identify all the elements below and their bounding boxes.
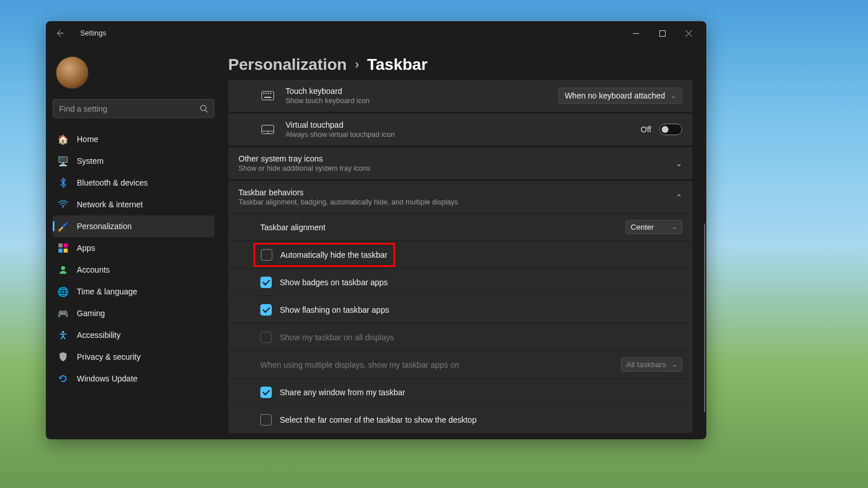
sidebar-item-label: System bbox=[77, 156, 104, 166]
touch-keyboard-dropdown[interactable]: When no keyboard attached ⌄ bbox=[558, 88, 682, 104]
sidebar-item-gaming[interactable]: 🎮 Gaming bbox=[53, 302, 214, 324]
sidebar-item-network[interactable]: Network & internet bbox=[53, 194, 214, 215]
maximize-button[interactable] bbox=[649, 24, 675, 42]
svg-rect-9 bbox=[262, 92, 274, 100]
sidebar-item-system[interactable]: 🖥️ System bbox=[53, 150, 214, 172]
toggle-label: Off bbox=[641, 125, 651, 134]
setting-taskbar-behaviors[interactable]: Taskbar behaviors Taskbar alignment, bad… bbox=[228, 181, 693, 213]
setting-far-corner: Select the far corner of the taskbar to … bbox=[228, 406, 693, 433]
setting-touch-keyboard[interactable]: Touch keyboard Show touch keyboard icon … bbox=[228, 80, 693, 112]
avatar[interactable] bbox=[56, 57, 88, 89]
sidebar-item-label: Bluetooth & devices bbox=[77, 178, 148, 187]
setting-title: Touch keyboard bbox=[286, 86, 558, 96]
search-icon bbox=[200, 104, 208, 113]
settings-list: Touch keyboard Show touch keyboard icon … bbox=[228, 80, 706, 433]
home-icon: 🏠 bbox=[57, 133, 69, 145]
search-box[interactable] bbox=[53, 99, 214, 118]
globe-icon: 🌐 bbox=[57, 286, 69, 297]
setting-sub: Show or hide additional system tray icon… bbox=[238, 164, 668, 172]
breadcrumb-parent[interactable]: Personalization bbox=[228, 56, 347, 74]
svg-point-7 bbox=[61, 266, 65, 270]
chevron-down-icon: ⌄ bbox=[672, 361, 677, 368]
share-window-checkbox[interactable] bbox=[260, 387, 272, 398]
bluetooth-icon bbox=[57, 177, 69, 188]
setting-label: When using multiple displays, show my ta… bbox=[260, 360, 621, 369]
sidebar-item-apps[interactable]: Apps bbox=[53, 237, 214, 259]
svg-point-2 bbox=[62, 207, 64, 208]
svg-point-1 bbox=[201, 105, 206, 111]
keyboard-icon bbox=[260, 89, 275, 102]
sidebar-item-bluetooth[interactable]: Bluetooth & devices bbox=[53, 172, 214, 194]
shield-icon bbox=[57, 351, 69, 363]
setting-virtual-touchpad[interactable]: Virtual touchpad Always show virtual tou… bbox=[228, 113, 693, 145]
sidebar-item-label: Accessibility bbox=[77, 330, 120, 340]
back-button[interactable] bbox=[50, 24, 69, 42]
sidebar-item-time-language[interactable]: 🌐 Time & language bbox=[53, 281, 214, 302]
setting-label: Show flashing on taskbar apps bbox=[280, 305, 682, 314]
dropdown-value: All taskbars bbox=[626, 360, 666, 369]
close-icon bbox=[686, 30, 692, 37]
svg-rect-10 bbox=[263, 93, 264, 94]
taskbar-alignment-dropdown[interactable]: Center ⌄ bbox=[625, 220, 682, 234]
svg-rect-14 bbox=[264, 97, 271, 98]
dropdown-value: Center bbox=[631, 223, 666, 231]
search-input[interactable] bbox=[59, 104, 200, 113]
svg-rect-5 bbox=[58, 249, 62, 253]
scrollbar[interactable] bbox=[704, 223, 705, 412]
sidebar-item-label: Gaming bbox=[77, 309, 105, 318]
sidebar-item-windows-update[interactable]: Windows Update bbox=[53, 368, 214, 389]
svg-point-8 bbox=[62, 331, 64, 333]
window-title: Settings bbox=[80, 29, 106, 37]
setting-title: Other system tray icons bbox=[238, 154, 668, 163]
sidebar-item-privacy[interactable]: Privacy & security bbox=[53, 346, 214, 368]
setting-sub: Always show virtual touchpad icon bbox=[286, 131, 641, 139]
show-flashing-checkbox[interactable] bbox=[260, 304, 272, 316]
setting-multi-display-apps: When using multiple displays, show my ta… bbox=[228, 351, 693, 378]
sidebar-item-accessibility[interactable]: Accessibility bbox=[53, 324, 214, 346]
setting-share-window: Share any window from my taskbar bbox=[228, 378, 693, 406]
nav-list: 🏠 Home 🖥️ System Bluetooth & devices bbox=[53, 128, 214, 389]
setting-label: Show my taskbar on all displays bbox=[280, 333, 682, 342]
setting-label: Taskbar alignment bbox=[260, 223, 625, 232]
close-button[interactable] bbox=[675, 24, 702, 42]
setting-auto-hide-row: Automatically hide the taskbar bbox=[228, 241, 693, 268]
virtual-touchpad-toggle[interactable] bbox=[659, 124, 682, 135]
taskbar-behaviors-group: Taskbar behaviors Taskbar alignment, bad… bbox=[228, 181, 693, 433]
sidebar-item-label: Personalization bbox=[77, 222, 132, 231]
sidebar-item-personalization[interactable]: 🖌️ Personalization bbox=[53, 215, 214, 237]
sidebar-item-label: Privacy & security bbox=[77, 352, 140, 361]
multi-display-apps-dropdown: All taskbars ⌄ bbox=[621, 357, 682, 372]
all-displays-checkbox bbox=[260, 332, 272, 343]
sidebar-item-label: Windows Update bbox=[77, 374, 138, 383]
chevron-down-icon: ⌄ bbox=[671, 92, 676, 100]
svg-rect-4 bbox=[64, 243, 68, 247]
svg-rect-6 bbox=[64, 249, 68, 253]
setting-other-tray-icons[interactable]: Other system tray icons Show or hide add… bbox=[228, 147, 693, 179]
setting-sub: Taskbar alignment, badging, automaticall… bbox=[238, 198, 668, 206]
touchpad-icon bbox=[260, 123, 275, 136]
setting-label: Share any window from my taskbar bbox=[280, 388, 682, 397]
sidebar-item-label: Apps bbox=[77, 243, 95, 253]
setting-all-displays: Show my taskbar on all displays bbox=[228, 323, 693, 351]
accessibility-icon bbox=[57, 329, 69, 341]
sidebar-item-label: Home bbox=[77, 135, 98, 144]
sidebar: 🏠 Home 🖥️ System Bluetooth & devices bbox=[46, 45, 218, 439]
sidebar-item-home[interactable]: 🏠 Home bbox=[53, 128, 214, 150]
chevron-down-icon: ⌄ bbox=[676, 159, 682, 168]
breadcrumb: Personalization › Taskbar bbox=[228, 56, 706, 74]
arrow-left-icon bbox=[55, 29, 64, 38]
far-corner-checkbox[interactable] bbox=[260, 414, 272, 426]
sidebar-item-accounts[interactable]: Accounts bbox=[53, 259, 214, 281]
minimize-button[interactable] bbox=[623, 24, 649, 42]
wifi-icon bbox=[57, 199, 69, 210]
titlebar: Settings bbox=[46, 21, 706, 45]
sidebar-item-label: Time & language bbox=[77, 287, 137, 296]
svg-rect-13 bbox=[270, 93, 271, 94]
auto-hide-checkbox[interactable] bbox=[261, 249, 272, 261]
sidebar-item-label: Accounts bbox=[77, 265, 110, 274]
setting-label: Show badges on taskbar apps bbox=[280, 278, 682, 287]
svg-rect-3 bbox=[58, 243, 62, 247]
dropdown-value: When no keyboard attached bbox=[565, 91, 665, 100]
show-badges-checkbox[interactable] bbox=[260, 277, 272, 288]
svg-rect-11 bbox=[265, 93, 267, 94]
